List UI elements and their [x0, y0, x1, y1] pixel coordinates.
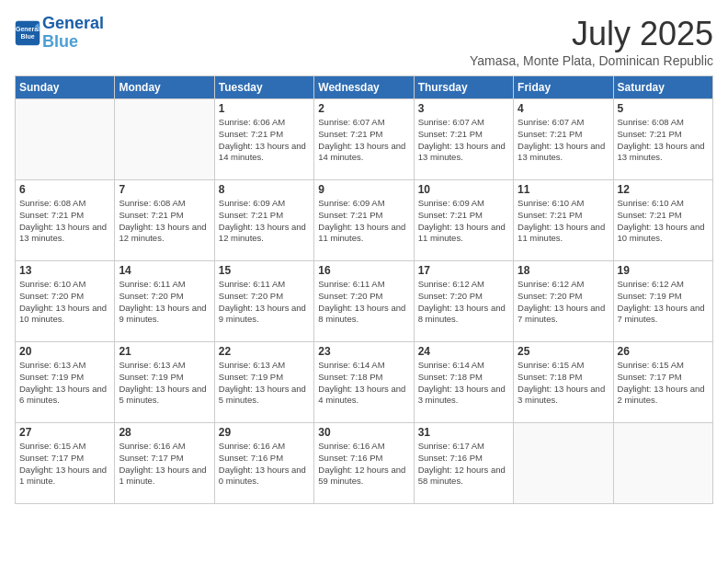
day-info: Sunrise: 6:07 AM Sunset: 7:21 PM Dayligh…	[318, 117, 409, 164]
day-info: Sunrise: 6:08 AM Sunset: 7:21 PM Dayligh…	[19, 198, 110, 245]
day-info: Sunrise: 6:07 AM Sunset: 7:21 PM Dayligh…	[418, 117, 509, 164]
title-block: July 2025 Yamasa, Monte Plata, Dominican…	[470, 15, 713, 68]
calendar-cell: 25Sunrise: 6:15 AM Sunset: 7:18 PM Dayli…	[514, 342, 613, 423]
day-number: 18	[518, 264, 609, 277]
location: Yamasa, Monte Plata, Dominican Republic	[470, 53, 713, 68]
calendar-cell: 27Sunrise: 6:15 AM Sunset: 7:17 PM Dayli…	[16, 423, 115, 504]
day-number: 9	[318, 183, 409, 196]
page-header: General Blue GeneralBlue July 2025 Yamas…	[15, 15, 713, 68]
day-info: Sunrise: 6:15 AM Sunset: 7:18 PM Dayligh…	[518, 360, 609, 407]
day-number: 13	[19, 264, 110, 277]
calendar-cell	[514, 423, 613, 504]
day-info: Sunrise: 6:14 AM Sunset: 7:18 PM Dayligh…	[318, 360, 409, 407]
day-info: Sunrise: 6:09 AM Sunset: 7:21 PM Dayligh…	[318, 198, 409, 245]
calendar-cell: 2Sunrise: 6:07 AM Sunset: 7:21 PM Daylig…	[314, 99, 414, 180]
day-number: 2	[318, 102, 409, 115]
day-number: 11	[518, 183, 609, 196]
day-number: 21	[119, 345, 210, 358]
calendar-cell: 1Sunrise: 6:06 AM Sunset: 7:21 PM Daylig…	[214, 99, 313, 180]
day-number: 6	[19, 183, 110, 196]
day-header-monday: Monday	[115, 76, 214, 99]
day-info: Sunrise: 6:13 AM Sunset: 7:19 PM Dayligh…	[219, 360, 310, 407]
calendar-cell: 4Sunrise: 6:07 AM Sunset: 7:21 PM Daylig…	[514, 99, 613, 180]
day-info: Sunrise: 6:17 AM Sunset: 7:16 PM Dayligh…	[418, 441, 509, 488]
day-header-thursday: Thursday	[414, 76, 513, 99]
day-number: 19	[618, 264, 709, 277]
day-info: Sunrise: 6:12 AM Sunset: 7:20 PM Dayligh…	[518, 279, 609, 326]
calendar-cell: 23Sunrise: 6:14 AM Sunset: 7:18 PM Dayli…	[314, 342, 414, 423]
calendar-cell: 12Sunrise: 6:10 AM Sunset: 7:21 PM Dayli…	[613, 180, 712, 261]
day-number: 1	[219, 102, 310, 115]
day-number: 24	[418, 345, 509, 358]
day-info: Sunrise: 6:15 AM Sunset: 7:17 PM Dayligh…	[618, 360, 709, 407]
calendar-cell: 15Sunrise: 6:11 AM Sunset: 7:20 PM Dayli…	[214, 261, 313, 342]
day-number: 5	[618, 102, 709, 115]
day-number: 3	[418, 102, 509, 115]
day-info: Sunrise: 6:08 AM Sunset: 7:21 PM Dayligh…	[119, 198, 210, 245]
day-info: Sunrise: 6:13 AM Sunset: 7:19 PM Dayligh…	[119, 360, 210, 407]
day-info: Sunrise: 6:11 AM Sunset: 7:20 PM Dayligh…	[318, 279, 409, 326]
day-number: 14	[119, 264, 210, 277]
calendar-cell: 8Sunrise: 6:09 AM Sunset: 7:21 PM Daylig…	[214, 180, 313, 261]
calendar-cell: 6Sunrise: 6:08 AM Sunset: 7:21 PM Daylig…	[16, 180, 115, 261]
day-number: 15	[219, 264, 310, 277]
day-info: Sunrise: 6:14 AM Sunset: 7:18 PM Dayligh…	[418, 360, 509, 407]
day-info: Sunrise: 6:11 AM Sunset: 7:20 PM Dayligh…	[119, 279, 210, 326]
calendar-cell: 26Sunrise: 6:15 AM Sunset: 7:17 PM Dayli…	[613, 342, 712, 423]
calendar-table: SundayMondayTuesdayWednesdayThursdayFrid…	[15, 75, 713, 504]
day-number: 30	[318, 426, 409, 439]
calendar-cell: 24Sunrise: 6:14 AM Sunset: 7:18 PM Dayli…	[414, 342, 513, 423]
day-info: Sunrise: 6:10 AM Sunset: 7:21 PM Dayligh…	[618, 198, 709, 245]
calendar-cell	[115, 99, 214, 180]
day-info: Sunrise: 6:16 AM Sunset: 7:16 PM Dayligh…	[318, 441, 409, 488]
logo-icon: General Blue	[15, 20, 40, 46]
logo: General Blue GeneralBlue	[15, 15, 104, 52]
day-info: Sunrise: 6:10 AM Sunset: 7:21 PM Dayligh…	[518, 198, 609, 245]
day-number: 31	[418, 426, 509, 439]
day-info: Sunrise: 6:13 AM Sunset: 7:19 PM Dayligh…	[19, 360, 110, 407]
day-info: Sunrise: 6:08 AM Sunset: 7:21 PM Dayligh…	[618, 117, 709, 164]
calendar-cell: 9Sunrise: 6:09 AM Sunset: 7:21 PM Daylig…	[314, 180, 414, 261]
day-info: Sunrise: 6:15 AM Sunset: 7:17 PM Dayligh…	[19, 441, 110, 488]
day-number: 22	[219, 345, 310, 358]
calendar-week-3: 13Sunrise: 6:10 AM Sunset: 7:20 PM Dayli…	[16, 261, 713, 342]
calendar-cell: 7Sunrise: 6:08 AM Sunset: 7:21 PM Daylig…	[115, 180, 214, 261]
svg-text:Blue: Blue	[20, 33, 34, 40]
calendar-cell: 28Sunrise: 6:16 AM Sunset: 7:17 PM Dayli…	[115, 423, 214, 504]
calendar-week-1: 1Sunrise: 6:06 AM Sunset: 7:21 PM Daylig…	[16, 99, 713, 180]
calendar-cell	[16, 99, 115, 180]
calendar-header: SundayMondayTuesdayWednesdayThursdayFrid…	[16, 76, 713, 99]
day-number: 26	[618, 345, 709, 358]
day-number: 29	[219, 426, 310, 439]
calendar-cell: 19Sunrise: 6:12 AM Sunset: 7:19 PM Dayli…	[613, 261, 712, 342]
calendar-cell: 10Sunrise: 6:09 AM Sunset: 7:21 PM Dayli…	[414, 180, 513, 261]
day-info: Sunrise: 6:16 AM Sunset: 7:16 PM Dayligh…	[219, 441, 310, 488]
day-header-saturday: Saturday	[613, 76, 712, 99]
day-header-friday: Friday	[514, 76, 613, 99]
day-number: 23	[318, 345, 409, 358]
day-header-tuesday: Tuesday	[214, 76, 313, 99]
calendar-cell: 14Sunrise: 6:11 AM Sunset: 7:20 PM Dayli…	[115, 261, 214, 342]
day-number: 17	[418, 264, 509, 277]
day-number: 4	[518, 102, 609, 115]
day-number: 12	[618, 183, 709, 196]
day-header-sunday: Sunday	[16, 76, 115, 99]
calendar-cell: 16Sunrise: 6:11 AM Sunset: 7:20 PM Dayli…	[314, 261, 414, 342]
day-number: 20	[19, 345, 110, 358]
calendar-week-4: 20Sunrise: 6:13 AM Sunset: 7:19 PM Dayli…	[16, 342, 713, 423]
day-info: Sunrise: 6:12 AM Sunset: 7:19 PM Dayligh…	[618, 279, 709, 326]
day-number: 7	[119, 183, 210, 196]
calendar-cell: 22Sunrise: 6:13 AM Sunset: 7:19 PM Dayli…	[214, 342, 313, 423]
calendar-cell: 20Sunrise: 6:13 AM Sunset: 7:19 PM Dayli…	[16, 342, 115, 423]
calendar-week-2: 6Sunrise: 6:08 AM Sunset: 7:21 PM Daylig…	[16, 180, 713, 261]
calendar-week-5: 27Sunrise: 6:15 AM Sunset: 7:17 PM Dayli…	[16, 423, 713, 504]
calendar-cell	[613, 423, 712, 504]
calendar-cell: 5Sunrise: 6:08 AM Sunset: 7:21 PM Daylig…	[613, 99, 712, 180]
calendar-cell: 29Sunrise: 6:16 AM Sunset: 7:16 PM Dayli…	[214, 423, 313, 504]
day-info: Sunrise: 6:10 AM Sunset: 7:20 PM Dayligh…	[19, 279, 110, 326]
calendar-cell: 3Sunrise: 6:07 AM Sunset: 7:21 PM Daylig…	[414, 99, 513, 180]
calendar-body: 1Sunrise: 6:06 AM Sunset: 7:21 PM Daylig…	[16, 99, 713, 504]
day-number: 16	[318, 264, 409, 277]
day-info: Sunrise: 6:16 AM Sunset: 7:17 PM Dayligh…	[119, 441, 210, 488]
day-info: Sunrise: 6:09 AM Sunset: 7:21 PM Dayligh…	[418, 198, 509, 245]
